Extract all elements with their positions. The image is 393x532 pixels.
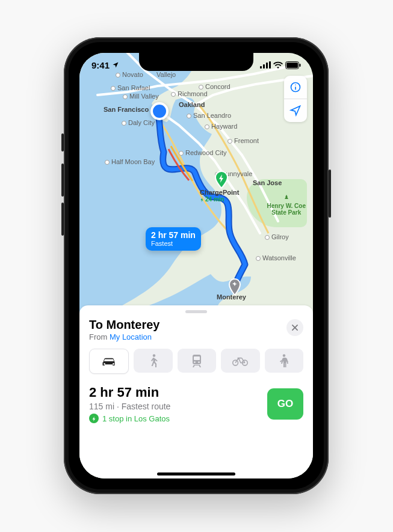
city-label: Oakland	[179, 101, 205, 108]
charging-station-name: ChargePoint	[200, 189, 239, 196]
location-icon	[112, 61, 119, 69]
city-label: San Jose	[253, 179, 282, 186]
home-indicator[interactable]	[157, 472, 235, 475]
go-button[interactable]: GO	[267, 388, 303, 420]
wifi-icon	[273, 61, 283, 69]
mode-rideshare[interactable]	[265, 349, 303, 373]
phone-frame: 9:41	[64, 37, 329, 494]
transport-mode-selector	[89, 349, 303, 374]
directions-title: To Monterey	[89, 318, 159, 332]
destination-pin[interactable]	[228, 278, 241, 299]
walk-icon	[149, 354, 158, 367]
svg-rect-5	[286, 63, 298, 68]
route-stop-text: 1 stop in Los Gatos	[102, 414, 170, 423]
city-label: Hayward	[205, 123, 237, 130]
city-label: Fremont	[227, 137, 259, 144]
power-button	[329, 170, 331, 218]
city-label: San Leandro	[187, 112, 231, 119]
close-button[interactable]	[286, 319, 303, 336]
volume-down-button	[61, 203, 64, 236]
svg-point-12	[152, 354, 155, 356]
route-tooltip[interactable]: 2 hr 57 min Fastest	[146, 227, 201, 251]
route-time: 2 hr 57 min	[89, 385, 170, 400]
mode-cycle[interactable]	[221, 349, 259, 373]
svg-rect-6	[300, 64, 301, 67]
rideshare-icon	[279, 354, 289, 367]
svg-point-15	[194, 361, 196, 363]
svg-point-8	[295, 84, 296, 85]
directions-card[interactable]: To Monterey From My Location	[79, 305, 313, 478]
city-label: Redwood City	[179, 149, 226, 156]
volume-up-button	[61, 164, 64, 197]
svg-point-16	[198, 361, 200, 363]
route-tooltip-time: 2 hr 57 min	[151, 231, 196, 240]
svg-rect-3	[269, 61, 271, 69]
city-label: Watsonville	[256, 254, 296, 261]
bike-icon	[232, 355, 249, 366]
ev-charge-icon	[89, 414, 99, 423]
status-time: 9:41	[91, 60, 110, 70]
card-grabber[interactable]	[185, 310, 207, 313]
directions-subtitle: From My Location	[89, 332, 159, 341]
svg-rect-14	[194, 356, 200, 360]
mute-switch	[61, 133, 64, 151]
city-label: Half Moon Bay	[105, 158, 155, 165]
city-label: San Francisco	[104, 106, 149, 113]
city-label: Richmond	[171, 90, 208, 97]
close-icon	[291, 323, 299, 332]
city-label: Daly City	[122, 119, 155, 126]
svg-rect-0	[260, 66, 262, 69]
route-tooltip-label: Fastest	[151, 240, 196, 247]
map-info-button[interactable]	[284, 76, 307, 99]
battery-icon	[285, 61, 301, 69]
status-bar: 9:41	[79, 57, 313, 73]
city-label: Concord	[199, 83, 231, 90]
route-stop: 1 stop in Los Gatos	[89, 414, 170, 423]
map-locate-button[interactable]	[284, 99, 307, 122]
origin-marker[interactable]	[150, 102, 169, 120]
cellular-icon	[260, 61, 271, 69]
state-park-label: Henry W. CoeState Park	[267, 194, 306, 216]
mode-drive[interactable]	[89, 349, 129, 374]
map-controls	[284, 76, 307, 122]
svg-rect-2	[266, 63, 268, 69]
car-icon	[101, 356, 117, 367]
transit-icon	[191, 354, 203, 367]
city-label: Gilroy	[265, 233, 289, 240]
from-label: From	[89, 332, 110, 341]
screen: 9:41	[79, 53, 313, 478]
mode-transit[interactable]	[178, 349, 216, 373]
mode-walk[interactable]	[134, 349, 172, 373]
charging-station-label[interactable]: ChargePoint 24 min	[200, 189, 239, 203]
svg-rect-1	[263, 64, 265, 69]
route-details: 115 mi · Fastest route	[89, 402, 170, 411]
city-label: San Rafael	[111, 84, 150, 91]
charging-station-time: 24 min	[200, 196, 239, 203]
city-label: Mill Valley	[123, 93, 159, 100]
charging-station-pin[interactable]	[214, 171, 229, 189]
svg-point-19	[283, 354, 285, 356]
route-result[interactable]: 2 hr 57 min 115 mi · Fastest route 1 sto…	[89, 385, 303, 423]
go-label: GO	[277, 398, 293, 410]
from-location-link[interactable]: My Location	[110, 332, 152, 341]
